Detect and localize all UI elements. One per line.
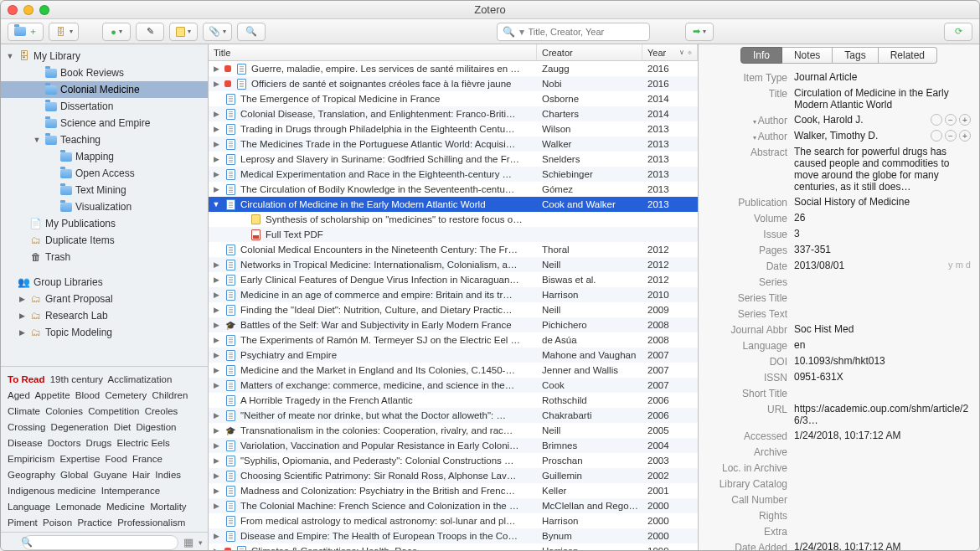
item-row[interactable]: Full Text PDF [209,227,698,242]
field-accessed[interactable]: 1/24/2018, 10:17:12 AM [794,430,971,441]
tag[interactable]: Language [8,502,50,512]
tag[interactable]: Blood [75,390,100,400]
new-collection-button[interactable]: ＋ [8,23,44,41]
add-attachment-button[interactable]: 📎▾ [203,23,232,41]
sidebar-item[interactable]: Text Mining [1,182,208,198]
tag[interactable]: Piment [8,518,38,528]
item-row[interactable]: ▶Medicine and the Market in England and … [209,363,698,378]
tag-selector[interactable]: To Read 19th century Acclimatization Age… [1,366,208,532]
collections-tree[interactable]: ▼🗄My Library Book ReviewsColonial Medici… [1,44,208,366]
item-row[interactable]: Colonial Medical Encounters in the Ninet… [209,242,698,257]
item-row[interactable]: ▶Colonial Disease, Translation, and Enli… [209,106,698,121]
close-window-button[interactable] [8,5,18,15]
tag[interactable]: Food [106,454,127,464]
zoom-window-button[interactable] [39,5,49,15]
tag[interactable]: Mortality [150,502,186,512]
tag[interactable]: Climate [8,406,40,416]
field-url[interactable]: https://academic.oup.com/shm/article/26/… [794,403,971,426]
sync-button[interactable]: ⟳ [944,23,972,41]
group-item[interactable]: ▶🗂Topic Modeling [1,324,208,341]
item-row[interactable]: ▶Trading in Drugs through Philadelphia i… [209,121,698,136]
item-row[interactable]: ▶🎓Transnationalism in the colonies: Coop… [209,423,698,438]
tag[interactable]: Competition [88,406,139,416]
sidebar-item[interactable]: Dissertation [1,98,208,115]
tag[interactable]: Diet [114,422,131,432]
column-title[interactable]: Title [209,44,537,60]
field-date[interactable]: 2013/08/01 [794,260,844,271]
item-row[interactable]: ▶Choosing Scientific Patrimony: Sir Rona… [209,468,698,483]
tag[interactable]: Guyane [94,470,127,480]
sidebar-item[interactable]: Book Reviews [1,64,208,81]
item-row[interactable]: ▶Guerre, maladie, empire. Les services d… [209,61,698,76]
item-row[interactable]: ▶Psychiatry and EmpireMahone and Vaughan… [209,348,698,363]
item-row[interactable]: ▼Circulation of Medicine in the Early Mo… [209,197,698,212]
field-volume[interactable]: 26 [794,212,971,224]
item-row[interactable]: ▶The Circulation of Bodily Knowledge in … [209,182,698,197]
minimize-window-button[interactable] [23,5,34,15]
tag[interactable]: Crossing [8,422,45,432]
my-library[interactable]: ▼🗄My Library [1,48,208,64]
items-column-header[interactable]: Title Creator Year∨ ⟐ [209,44,698,61]
tag-view-toggle[interactable]: ▦ [183,536,193,548]
remove-author-button[interactable]: − [945,130,957,142]
tab-info[interactable]: Info [740,47,782,64]
field-journal-abbr[interactable]: Soc Hist Med [794,323,971,335]
item-row[interactable]: ▶Networks in Tropical Medicine: Internat… [209,257,698,272]
tag[interactable]: Global [60,470,88,480]
item-row[interactable]: ▶Medicine in an age of commerce and empi… [209,287,698,302]
item-row[interactable]: ▶Medical Experimentation and Race in the… [209,167,698,182]
column-creator[interactable]: Creator [537,44,642,60]
tag[interactable]: To Read [8,374,45,384]
field-language[interactable]: en [794,339,971,351]
item-row[interactable]: ▶The Medicines Trade in the Portuguese A… [209,136,698,152]
item-row[interactable]: ▶"Neither of meate nor drinke, but what … [209,408,698,423]
tag[interactable]: Degeneration [51,422,109,432]
item-row[interactable]: ▶Officiers de santé et soignantes créole… [209,76,698,91]
item-row[interactable]: ▶"Syphilis, Opiomania, and Pederasty": C… [209,453,698,468]
field-pages[interactable]: 337-351 [794,244,971,255]
field-issue[interactable]: 3 [794,228,971,239]
tag[interactable]: Expertise [59,454,100,464]
tag[interactable]: Children [152,390,188,400]
tag[interactable]: Geography [8,470,55,480]
item-row[interactable]: ▶Leprosy and Slavery in Suriname: Godfri… [209,152,698,167]
tag[interactable]: Digestion [137,422,177,432]
group-item[interactable]: ▶🗂Research Lab [1,307,208,324]
items-list[interactable]: ▶Guerre, maladie, empire. Les services d… [209,61,698,551]
item-row[interactable]: ▶The Colonial Machine: French Science an… [209,498,698,513]
add-author-button[interactable]: + [959,130,971,142]
sidebar-item[interactable]: ▼Teaching [1,131,208,148]
sidebar-item[interactable]: 🗂Duplicate Items [1,232,208,249]
sidebar-item[interactable]: Science and Empire [1,115,208,131]
tag[interactable]: Intemperance [101,486,160,496]
new-library-button[interactable]: 🗄▾ [49,23,79,41]
item-row[interactable]: ▶Variolation, Vaccination and Popular Re… [209,438,698,453]
add-by-identifier-button[interactable]: ✎ [136,23,164,41]
item-row[interactable]: ▶Matters of exchange: commerce, medicine… [209,378,698,393]
tag[interactable]: Aged [8,390,30,400]
sidebar-item[interactable]: Visualization [1,198,208,215]
tab-notes[interactable]: Notes [782,47,833,64]
tag[interactable]: Hair [132,470,150,480]
item-row[interactable]: From medical astrology to medical astron… [209,513,698,528]
item-row[interactable]: ▶Madness and Colonization: Psychiatry in… [209,483,698,498]
tag[interactable]: Indigenous medicine [8,486,96,496]
tag[interactable]: Creoles [145,406,178,416]
swap-name-button[interactable] [931,130,942,142]
sidebar-item[interactable]: 🗑Trash [1,249,208,265]
field-title[interactable]: Circulation of Medicine in the Early Mod… [794,87,971,111]
field-abstract[interactable]: The search for powerful drugs has caused… [794,146,971,193]
sidebar-item[interactable]: Colonial Medicine [1,81,208,98]
tag[interactable]: Electric Eels [116,438,169,448]
tag[interactable]: Professionalism [117,518,185,528]
author-name[interactable]: Cook, Harold J. [794,114,864,126]
tag[interactable]: Acclimatization [108,374,173,384]
tag[interactable]: Doctors [48,438,81,448]
item-row[interactable]: ▶🎓Battles of the Self: War and Subjectiv… [209,317,698,332]
tag[interactable]: Medicine [106,502,145,512]
tag[interactable]: Indies [155,470,181,480]
sidebar-item[interactable]: Open Access [1,165,208,182]
field-item-type[interactable]: Journal Article [794,71,971,83]
tag[interactable]: Practice [77,518,112,528]
tag[interactable]: Lemonade [55,502,101,512]
